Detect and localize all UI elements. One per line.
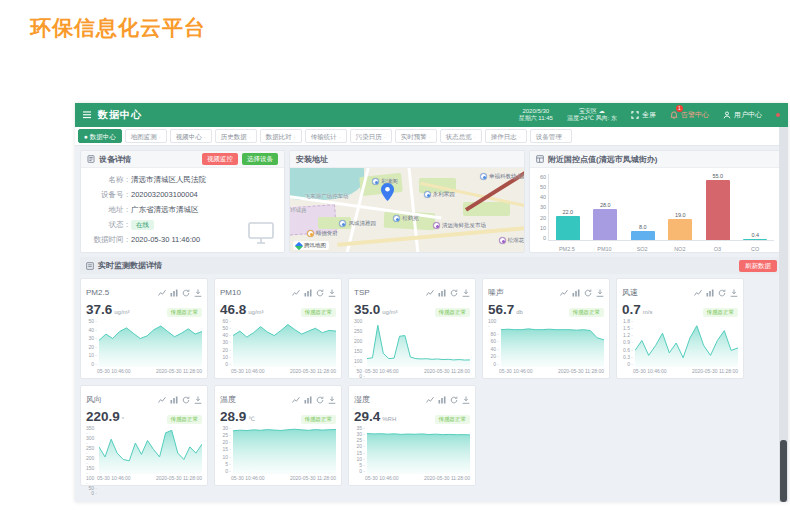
refresh-icon[interactable] <box>182 390 190 408</box>
device-field-label: 数据时间： <box>89 232 131 247</box>
bar-chart-icon[interactable] <box>170 283 178 301</box>
tab-数据比对[interactable]: 数据比对· <box>260 129 302 143</box>
map-poi[interactable]: 飞来湖广场停车场 <box>304 193 348 200</box>
card-y-tick: 25 <box>222 433 231 438</box>
tab-污染日历[interactable]: 污染日历· <box>350 129 392 143</box>
map-panel: 安装地址 <box>289 150 525 253</box>
line-chart-icon[interactable] <box>292 390 300 408</box>
poi-label: 飞来湖广场停车场 <box>304 193 348 200</box>
download-icon[interactable] <box>328 390 336 408</box>
card-value: 56.7 <box>488 302 514 317</box>
y-tick-label: 10 <box>540 225 546 231</box>
bar-chart-icon[interactable] <box>572 283 580 301</box>
x-category-label: SO2 <box>630 246 654 252</box>
tab-数据中心[interactable]: ● 数据中心 <box>78 129 122 143</box>
y-tick-label: 50 <box>540 184 546 190</box>
card-y-tick: 0 <box>225 469 231 474</box>
line-chart-icon[interactable] <box>426 390 434 408</box>
tab-地图监测[interactable]: 地图监测· <box>125 129 167 143</box>
map-poi[interactable]: 环城路 <box>290 207 307 214</box>
bar-chart-icon[interactable] <box>170 390 178 408</box>
line-chart-icon[interactable] <box>292 283 300 301</box>
refresh-icon[interactable] <box>450 283 458 301</box>
line-chart-icon[interactable] <box>158 390 166 408</box>
download-icon[interactable] <box>194 390 202 408</box>
alert-center-button[interactable]: 1 告警中心 <box>670 110 709 120</box>
bar-rect <box>743 239 767 240</box>
bar-chart-title: 附近国控点值(清远市凤城街办) <box>548 154 657 165</box>
map-poi[interactable]: 凤城清雅园 <box>339 220 376 227</box>
card-value: 220.9 <box>86 409 120 424</box>
card-x-end: 2020-05-30 11:28:00 <box>290 475 336 481</box>
download-icon[interactable] <box>462 283 470 301</box>
document-icon <box>87 155 95 163</box>
download-icon[interactable] <box>328 283 336 301</box>
card-y-tick: 30 <box>88 336 97 341</box>
realtime-section-title: 实时监测数据详情 <box>98 260 162 271</box>
select-device-button[interactable]: 选择设备 <box>242 153 278 165</box>
download-icon[interactable] <box>462 390 470 408</box>
map-poi[interactable]: 幸福科教幼儿园 <box>480 173 524 180</box>
bar-chart-icon[interactable] <box>706 283 714 301</box>
refresh-icon[interactable] <box>182 283 190 301</box>
card-unit: ℃ <box>248 415 255 422</box>
tab-操作日志[interactable]: 操作日志· <box>485 129 527 143</box>
refresh-icon[interactable] <box>450 390 458 408</box>
device-field-value: 2020032003100004 <box>131 187 198 202</box>
map-provider-logo: 腾讯地图 <box>293 241 329 250</box>
card-y-tick: 30 <box>222 426 231 431</box>
bar-chart-icon[interactable] <box>438 390 446 408</box>
refresh-icon[interactable] <box>584 283 592 301</box>
tab-传输统计[interactable]: 传输统计· <box>305 129 347 143</box>
refresh-icon[interactable] <box>316 390 324 408</box>
video-monitor-button[interactable]: 视频监控 <box>202 153 238 165</box>
card-x-end: 2020-05-30 11:28:00 <box>424 475 470 481</box>
refresh-data-button[interactable]: 刷新数据 <box>739 260 777 272</box>
tab-caret-icon: · <box>249 134 251 140</box>
tab-视频中心[interactable]: 视频中心· <box>170 129 212 143</box>
sensor-card-TSP: TSP35.0ug/m³传感器正常30025020015010050005-30… <box>348 278 476 379</box>
map-poi[interactable]: 顺德食府 <box>307 230 338 237</box>
tab-历史数据[interactable]: 历史数据· <box>215 129 257 143</box>
poi-marker-icon <box>480 173 487 180</box>
download-icon[interactable] <box>194 283 202 301</box>
card-y-tick: 0 <box>359 374 365 379</box>
map-poi[interactable]: 清远海鲜批发市场 <box>433 222 486 229</box>
bar-chart-icon[interactable] <box>304 390 312 408</box>
card-y-tick: 10 <box>222 455 231 460</box>
line-chart-icon[interactable] <box>426 283 434 301</box>
scrollbar-thumb[interactable] <box>780 440 787 502</box>
map-poi[interactable]: 松鹤苑 <box>393 215 419 222</box>
refresh-icon[interactable] <box>718 283 726 301</box>
card-x-end: 2020-05-30 11:28:00 <box>156 368 202 374</box>
hamburger-menu-icon[interactable] <box>83 111 91 119</box>
download-icon[interactable] <box>596 283 604 301</box>
sensor-status-badge: 传感器正常 <box>569 308 605 317</box>
line-chart-icon[interactable] <box>694 283 702 301</box>
bar-chart-icon[interactable] <box>304 283 312 301</box>
card-unit: %RH <box>382 416 396 422</box>
download-icon[interactable] <box>730 283 738 301</box>
card-x-end: 2020-05-30 11:28:00 <box>290 368 336 374</box>
x-category-label: NO2 <box>668 246 692 252</box>
tab-状态总览[interactable]: 状态总览· <box>440 129 482 143</box>
sensor-status-badge: 传感器正常 <box>301 415 337 424</box>
card-title: TSP <box>354 288 370 297</box>
line-chart-icon[interactable] <box>158 283 166 301</box>
tab-实时预警[interactable]: 实时预警· <box>395 129 437 143</box>
user-center-button[interactable]: 用户中心 <box>723 110 762 120</box>
refresh-icon[interactable] <box>316 283 324 301</box>
map-poi[interactable]: 松湖花园 <box>499 237 524 244</box>
fullscreen-button[interactable]: 全屏 <box>631 110 656 120</box>
map-poi[interactable]: 永利家园 <box>424 191 455 198</box>
line-chart-icon[interactable] <box>560 283 568 301</box>
bar-CO: 0.4 <box>743 174 767 240</box>
bar-chart-icon[interactable] <box>438 283 446 301</box>
tab-设备管理[interactable]: 设备管理· <box>530 129 572 143</box>
sensor-card-PM2.5: PM2.537.6ug/m³传感器正常5040302010005-30 10:4… <box>80 278 208 379</box>
card-y-tick: 50 <box>88 319 97 324</box>
sensor-status-badge: 传感器正常 <box>167 415 203 424</box>
device-field-row: 设备号：2020032003100004 <box>89 187 276 202</box>
poi-marker-icon <box>372 178 379 185</box>
map[interactable]: 彩潇阁永利家园幸福科教幼儿园凤城清雅园松鹤苑清远海鲜批发市场顺德食府松湖花园飞来… <box>290 168 524 253</box>
